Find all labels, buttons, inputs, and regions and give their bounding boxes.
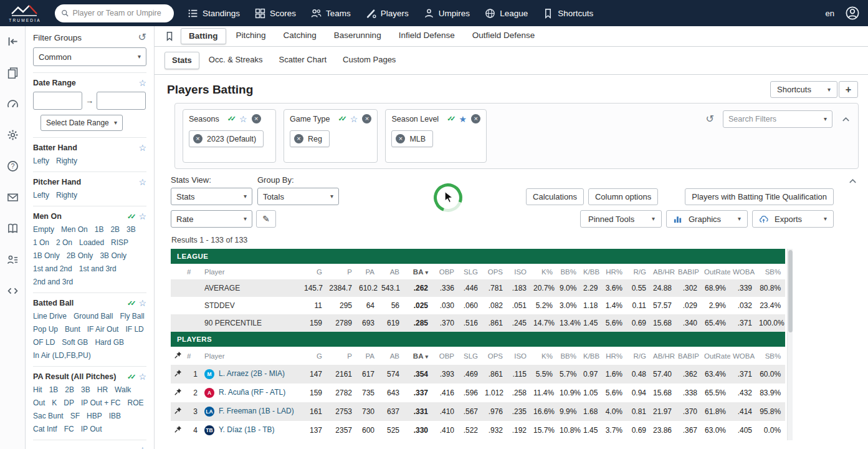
player-link[interactable]: F. Freeman (1B - LAD)	[219, 407, 294, 415]
filter-option-2b-only[interactable]: 2B Only	[67, 251, 93, 260]
clear-group-icon[interactable]: ×	[362, 114, 371, 123]
column-header-ops[interactable]: OPS	[482, 264, 507, 279]
pin-icon[interactable]	[174, 425, 182, 433]
date-from-input[interactable]	[33, 92, 82, 110]
tab-baserunning[interactable]: Baserunning	[327, 28, 389, 44]
filter-option-1b[interactable]: 1B	[95, 225, 104, 234]
filter-option-empty[interactable]: Empty	[33, 225, 54, 234]
filter-option-sac-bunt[interactable]: Sac Bunt	[33, 412, 64, 420]
row-pin[interactable]	[171, 384, 184, 402]
select-all-icon[interactable]: ✓✓	[127, 373, 138, 381]
column-header-r-g[interactable]: R/G	[627, 264, 651, 279]
favorite-star-icon[interactable]: ☆	[350, 115, 358, 123]
collapse-panel-icon[interactable]	[7, 36, 19, 47]
global-search[interactable]	[55, 4, 174, 22]
column-header-g[interactable]: G	[302, 264, 327, 279]
language-selector[interactable]: en	[826, 9, 834, 18]
filter-option-soft-gb[interactable]: Soft GB	[62, 338, 88, 347]
filter-option-righty[interactable]: Righty	[56, 191, 77, 200]
player-link[interactable]: Y. Díaz (1B - TB)	[219, 425, 275, 434]
favorite-star-icon[interactable]: ☆	[138, 143, 146, 152]
column-header-ab-hr[interactable]: AB/HR	[651, 264, 675, 279]
edit-button[interactable]: ✎	[256, 210, 276, 228]
gauge-icon[interactable]	[7, 98, 19, 110]
column-header-slg[interactable]: SLG	[459, 264, 482, 279]
column-header-k[interactable]: K%	[531, 347, 557, 365]
filter-option-if-ld[interactable]: IF LD	[125, 325, 143, 334]
filter-option-walk[interactable]: Walk	[115, 385, 131, 394]
subtab-scatter-chart[interactable]: Scatter Chart	[272, 52, 334, 69]
filter-option-1b[interactable]: 1B	[49, 385, 59, 394]
filter-option-righty[interactable]: Righty	[56, 157, 77, 165]
remove-chip-icon[interactable]: ×	[193, 134, 203, 143]
row-pin[interactable]	[171, 365, 184, 384]
column-header-k-bb[interactable]: K/BB	[581, 347, 602, 365]
column-header-player[interactable]: Player	[202, 347, 302, 365]
table-scrollbar[interactable]	[787, 249, 793, 440]
filter-option-loaded[interactable]: Loaded	[79, 238, 104, 247]
remove-chip-icon[interactable]: ×	[294, 134, 303, 143]
collapse-controls-icon[interactable]	[848, 176, 857, 186]
nav-item-standings[interactable]: Standings	[188, 8, 240, 19]
filter-option-fc[interactable]: FC	[64, 425, 74, 433]
select-all-icon[interactable]: ✓✓	[338, 115, 345, 123]
filter-chip[interactable]: ×MLB	[391, 130, 433, 147]
nav-item-players[interactable]: Players	[366, 8, 409, 19]
column-header-obp[interactable]: OBP	[432, 264, 459, 279]
column-header-iso[interactable]: ISO	[507, 264, 531, 279]
column-header-bb[interactable]: BB%	[557, 347, 581, 365]
column-header-sb[interactable]: SB%	[756, 264, 785, 279]
date-range-select[interactable]: Select Date Range ▾	[41, 115, 123, 131]
filter-preset-select[interactable]: Common ▾	[33, 47, 146, 66]
date-to-input[interactable]	[97, 92, 146, 110]
column-header-ba[interactable]: BA▾	[404, 347, 432, 365]
column-header-ops[interactable]: OPS	[482, 347, 507, 365]
favorite-star-icon[interactable]: ☆	[138, 372, 146, 381]
filter-option-1b-only[interactable]: 1B Only	[33, 251, 60, 260]
select-all-icon[interactable]: ✓✓	[227, 115, 235, 123]
stats-view-select[interactable]: Stats ▾	[171, 188, 252, 205]
column-header-woba[interactable]: WOBA	[730, 347, 756, 365]
column-header-rank[interactable]: #	[184, 347, 202, 365]
column-header-ab-hr[interactable]: AB/HR	[651, 347, 675, 365]
select-all-icon[interactable]: ✓✓	[447, 115, 454, 123]
column-header-p[interactable]: P	[327, 264, 356, 279]
filter-option-if-air-out[interactable]: IF Air Out	[87, 325, 119, 334]
exports-button[interactable]: Exports ▾	[752, 210, 834, 228]
roster-icon[interactable]	[7, 254, 19, 266]
column-header-ab[interactable]: AB	[379, 264, 404, 279]
filter-option-sf[interactable]: SF	[70, 412, 80, 420]
favorite-star-icon[interactable]: ★	[459, 115, 467, 123]
column-header-obp[interactable]: OBP	[432, 347, 459, 365]
filter-option-risp[interactable]: RISP	[111, 238, 128, 247]
filter-option-3b[interactable]: 3B	[126, 225, 136, 234]
pin-icon[interactable]	[174, 407, 182, 415]
filter-option-lefty[interactable]: Lefty	[33, 191, 49, 200]
filter-option-out[interactable]: Out	[33, 398, 45, 407]
collapse-filters-icon[interactable]	[841, 115, 851, 124]
filter-option-pop-up[interactable]: Pop Up	[33, 325, 58, 334]
filter-option-hard-gb[interactable]: Hard GB	[95, 338, 124, 347]
column-options-button[interactable]: Column options	[588, 188, 658, 205]
filter-option-2b[interactable]: 2B	[110, 225, 120, 234]
column-header-hr[interactable]: HR%	[602, 264, 627, 279]
column-header-pa[interactable]: PA	[356, 264, 379, 279]
nav-item-league[interactable]: League	[485, 8, 528, 19]
book-icon[interactable]	[7, 223, 19, 234]
user-icon[interactable]	[846, 6, 859, 20]
player-link[interactable]: L. Arraez (2B - MIA)	[219, 369, 285, 378]
filter-option-lefty[interactable]: Lefty	[33, 157, 49, 165]
column-header-sb[interactable]: SB%	[756, 347, 785, 365]
pinned-tools-button[interactable]: Pinned Tools ▾	[580, 210, 662, 228]
filter-option-1st-and-3rd[interactable]: 1st and 3rd	[79, 264, 117, 273]
calculations-button[interactable]: Calculations	[526, 188, 584, 205]
row-pin[interactable]	[171, 402, 184, 421]
column-header-iso[interactable]: ISO	[507, 347, 531, 365]
favorite-star-icon[interactable]: ☆	[138, 212, 146, 221]
filter-option-ip-out[interactable]: IP Out	[81, 425, 102, 433]
filter-option-2-on[interactable]: 2 On	[56, 238, 72, 247]
filter-option-ip-out-fc[interactable]: IP Out + FC	[81, 398, 120, 407]
filter-option-hbp[interactable]: HBP	[87, 412, 102, 420]
filter-option-dp[interactable]: DP	[64, 398, 74, 407]
app-logo[interactable]: TRUMEDIA	[4, 4, 46, 22]
